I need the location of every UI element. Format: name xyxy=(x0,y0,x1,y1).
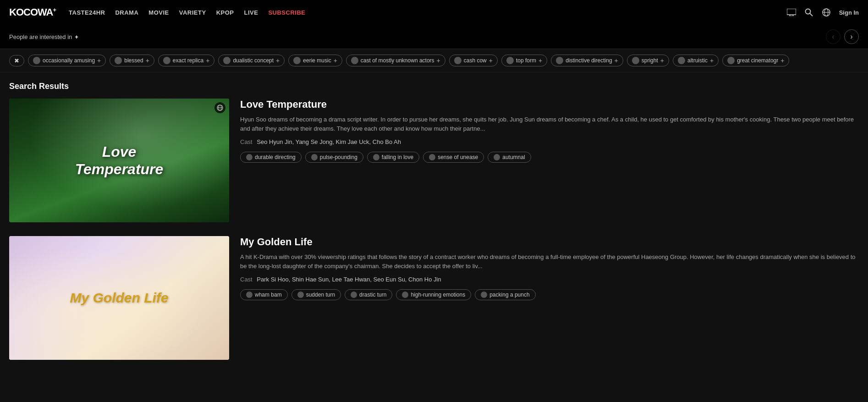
logo[interactable]: KOCOWA+ xyxy=(9,6,56,18)
result-description: Hyun Soo dreams of becoming a drama scri… xyxy=(240,115,859,133)
result-tag-dot-icon xyxy=(311,154,318,160)
result-description: A hit K-Drama with over 30% viewership r… xyxy=(240,253,859,270)
tag-add-icon[interactable]: + xyxy=(780,57,784,64)
result-tag-autumnal[interactable]: autumnal xyxy=(488,152,531,163)
tag-add-icon[interactable]: + xyxy=(206,57,209,64)
result-tag-sudden-turn[interactable]: sudden turn xyxy=(291,289,341,300)
tag-label: dualistic concept xyxy=(233,57,274,64)
nav-kpop[interactable]: KPOP xyxy=(216,9,234,16)
tag-blessed[interactable]: blessed + xyxy=(110,55,154,66)
result-tag-label: packing a punch xyxy=(489,292,529,298)
result-tag-dot-icon xyxy=(402,292,408,298)
globe-icon[interactable] xyxy=(822,8,831,17)
cast-label: Cast xyxy=(240,138,253,145)
tag-dot-icon xyxy=(223,57,231,64)
tag-add-icon[interactable]: + xyxy=(334,57,337,64)
result-thumbnail-love-temperature[interactable]: LoveTemperature xyxy=(9,99,229,222)
tag-dot-icon xyxy=(454,57,461,64)
result-tag-falling-in-love[interactable]: falling in love xyxy=(367,152,419,163)
search-results-section: Search Results LoveTemperature Love Temp… xyxy=(0,72,868,374)
nav-live[interactable]: LIVE xyxy=(244,9,258,16)
result-thumbnail-my-golden-life[interactable]: My Golden Life xyxy=(9,236,229,360)
result-tag-durable-directing[interactable]: durable directing xyxy=(240,152,302,163)
nav-subscribe[interactable]: SUBSCRIBE xyxy=(268,9,305,16)
result-tag-label: durable directing xyxy=(255,154,296,160)
navbar: KOCOWA+ TASTE24HR DRAMA MOVIE VARIETY KP… xyxy=(0,0,868,25)
nav-movie[interactable]: MOVIE xyxy=(148,9,169,16)
tag-add-icon[interactable]: + xyxy=(97,57,101,64)
search-icon[interactable] xyxy=(804,8,813,17)
tag-label: spright xyxy=(642,57,658,64)
result-tag-dot-icon xyxy=(373,154,379,160)
cast-names: Park Si Hoo, Shin Hae Sun, Lee Tae Hwan,… xyxy=(257,276,441,283)
result-tags: durable directing pulse-pounding falling… xyxy=(240,152,859,163)
tags-row: ✖ occasionally amusing + blessed + exact… xyxy=(0,49,868,72)
tag-top-form[interactable]: top form + xyxy=(501,55,547,66)
result-tag-dot-icon xyxy=(246,292,253,298)
result-info: Love Temperature Hyun Soo dreams of beco… xyxy=(240,99,859,222)
result-tag-label: high-running emotions xyxy=(411,292,465,298)
tag-cash-cow[interactable]: cash cow + xyxy=(449,55,498,66)
result-tag-packing-a-punch[interactable]: packing a punch xyxy=(475,289,535,300)
result-tag-wham-bam[interactable]: wham bam xyxy=(240,289,288,300)
tag-add-icon[interactable]: + xyxy=(146,57,149,64)
tag-exact-replica[interactable]: exact replica + xyxy=(158,55,215,66)
result-item: My Golden Life My Golden Life A hit K-Dr… xyxy=(0,236,868,374)
tag-distinctive-directing[interactable]: distinctive directing + xyxy=(551,55,623,66)
next-arrow[interactable]: › xyxy=(844,29,859,44)
tag-altruistic[interactable]: altruistic + xyxy=(673,55,719,66)
tag-label: eerie music xyxy=(303,57,331,64)
tag-occasionally-amusing[interactable]: occasionally amusing + xyxy=(28,55,106,66)
nav-variety[interactable]: VARIETY xyxy=(179,9,206,16)
tag-eerie-music[interactable]: eerie music + xyxy=(288,55,342,66)
tag-cast-of-mostly-unknown[interactable]: cast of mostly unknown actors + xyxy=(346,55,445,66)
tag-add-icon[interactable]: + xyxy=(489,57,493,64)
tag-dot-icon xyxy=(351,57,358,64)
prev-arrow[interactable]: ‹ xyxy=(826,29,841,44)
cast-label: Cast xyxy=(240,276,253,283)
tag-add-icon[interactable]: + xyxy=(538,57,542,64)
result-cast: Cast Seo Hyun Jin, Yang Se Jong, Kim Jae… xyxy=(240,138,859,145)
result-title[interactable]: My Golden Life xyxy=(240,236,859,248)
tag-add-icon[interactable]: + xyxy=(660,57,664,64)
result-tag-sense-of-unease[interactable]: sense of unease xyxy=(423,152,484,163)
tag-dot-icon xyxy=(115,57,122,64)
tag-add-icon[interactable]: + xyxy=(276,57,280,64)
tv-icon[interactable] xyxy=(787,8,796,17)
tag-dot-icon xyxy=(632,57,639,64)
tag-label: distinctive directing xyxy=(566,57,612,64)
nav-taste24hr[interactable]: TASTE24HR xyxy=(69,9,105,16)
tag-great-cinematogr[interactable]: great cinematogr + xyxy=(722,55,789,66)
result-tag-pulse-pounding[interactable]: pulse-pounding xyxy=(305,152,363,163)
interest-text: People are interested in xyxy=(9,33,72,40)
tag-label: exact replica xyxy=(173,57,203,64)
nav-drama[interactable]: DRAMA xyxy=(115,9,138,16)
tag-add-icon[interactable]: + xyxy=(615,57,618,64)
result-tag-dot-icon xyxy=(481,292,487,298)
result-tag-label: drastic turn xyxy=(359,292,386,298)
clear-tags-button[interactable]: ✖ xyxy=(9,55,24,66)
tag-add-icon[interactable]: + xyxy=(437,57,440,64)
tag-label: blessed xyxy=(124,57,143,64)
tag-dot-icon xyxy=(556,57,563,64)
tag-label: cash cow xyxy=(464,57,487,64)
nav-right: Sign In xyxy=(787,8,859,17)
tag-dualistic-concept[interactable]: dualistic concept + xyxy=(218,55,285,66)
svg-point-4 xyxy=(805,9,810,14)
interest-bar: People are interested in + ‹ › xyxy=(0,25,868,49)
result-tag-dot-icon xyxy=(246,154,253,160)
result-tag-drastic-turn[interactable]: drastic turn xyxy=(345,289,392,300)
sign-in-button[interactable]: Sign In xyxy=(839,9,859,16)
nav-links: TASTE24HR DRAMA MOVIE VARIETY KPOP LIVE … xyxy=(69,8,305,17)
result-title[interactable]: Love Temperature xyxy=(240,99,859,110)
interest-plus[interactable]: + xyxy=(75,33,78,40)
result-tag-high-running-emotions[interactable]: high-running emotions xyxy=(396,289,471,300)
tag-dot-icon xyxy=(293,57,301,64)
tag-label: altruistic xyxy=(687,57,708,64)
result-tag-label: falling in love xyxy=(382,154,413,160)
result-tag-label: sudden turn xyxy=(306,292,335,298)
tag-spright[interactable]: spright + xyxy=(627,55,669,66)
thumb-globe-icon[interactable] xyxy=(214,102,225,113)
search-results-title: Search Results xyxy=(0,72,868,99)
tag-add-icon[interactable]: + xyxy=(710,57,714,64)
